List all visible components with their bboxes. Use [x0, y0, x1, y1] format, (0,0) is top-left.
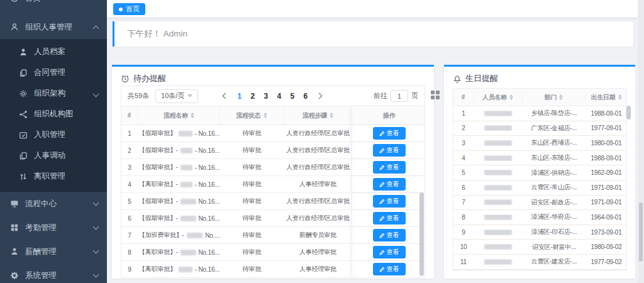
person-name [474, 155, 523, 161]
tab-home[interactable]: 首页 [113, 3, 145, 15]
sort-icon[interactable] [618, 94, 622, 100]
page-scrollbar-thumb[interactable] [639, 203, 643, 262]
birthdate: 1973-09-01 [586, 229, 626, 236]
view-button[interactable]: 查看 [373, 178, 406, 191]
sidebar-item-org-chart[interactable]: 组织机构图 [0, 104, 107, 125]
view-button[interactable]: 查看 [373, 127, 406, 140]
share-icon [19, 110, 28, 119]
todo-table-header: # 流程名称 流程状态 流程步骤 操作 [121, 106, 425, 125]
column-header-person-name[interactable]: 人员名称 [474, 93, 523, 102]
sidebar-item-home[interactable]: 首页 [0, 0, 107, 10]
column-header-department[interactable]: 部门 [523, 93, 586, 102]
column-header-process-name[interactable]: 流程名称 [138, 106, 219, 125]
page-number-5[interactable]: 5 [286, 92, 299, 101]
pager-prev-icon[interactable] [223, 93, 229, 99]
person-name [474, 214, 523, 220]
birthdate: 1971-09-01 [586, 184, 626, 191]
chevron-down-icon [93, 200, 99, 206]
sidebar-item-salary-mgmt[interactable]: 薪酬管理 [0, 240, 107, 264]
sidebar-item-org-hr[interactable]: 组织人事管理 [0, 15, 107, 39]
person-name [474, 259, 523, 265]
sidebar-item-personnel-files[interactable]: 人员档案 [0, 42, 107, 62]
page-number-6[interactable]: 6 [299, 92, 312, 101]
process-step: 人资行政经理/区总审批 [284, 159, 352, 175]
page-size-select[interactable]: 10条/页 [155, 89, 198, 103]
column-header-process-status[interactable]: 流程状态 [219, 106, 284, 125]
table-row: 3 【假期审批】-- No.16... 待审批 人资行政经理/区总审批 查看 [121, 159, 425, 176]
page-number-3[interactable]: 3 [259, 92, 272, 101]
page-number-2[interactable]: 2 [246, 92, 259, 101]
redacted-text [484, 155, 512, 161]
pen-icon [379, 182, 385, 187]
view-button[interactable]: 查看 [373, 161, 406, 174]
sidebar-item-org-structure[interactable]: 组织架构 [0, 83, 107, 104]
column-header-action: 操作 [352, 106, 425, 125]
sidebar-item-system-mgmt[interactable]: 系统管理 [0, 264, 107, 283]
sidebar-item-offboarding[interactable]: 离职管理 [0, 166, 107, 187]
contract-icon [19, 69, 28, 77]
page-scrollbar-track[interactable] [638, 0, 644, 283]
view-button[interactable]: 查看 [373, 195, 406, 208]
row-index: 3 [453, 140, 474, 147]
sidebar-item-label: 系统管理 [25, 270, 57, 281]
goto-page-input[interactable] [391, 90, 408, 102]
active-tab-dot-icon [119, 8, 123, 11]
column-header-process-step[interactable]: 流程步骤 [284, 106, 352, 125]
person-name [474, 111, 523, 116]
process-status: 待审批 [219, 125, 284, 142]
table-scrollbar-thumb[interactable] [419, 192, 424, 276]
column-settings-icon[interactable] [431, 91, 440, 99]
gear-icon [19, 89, 28, 98]
chevron-down-icon [93, 272, 99, 278]
sort-icon[interactable] [509, 94, 513, 100]
process-status: 待审批 [219, 227, 284, 243]
sidebar-item-label: 合同管理 [34, 67, 65, 78]
pagination-total: 共59条 [128, 91, 149, 101]
table-scrollbar-thumb[interactable] [626, 106, 631, 119]
department: 漳浦区-华府店-... [523, 213, 586, 221]
process-status: 待审批 [219, 261, 284, 277]
pen-icon [379, 267, 385, 272]
action-cell: 查看 [352, 227, 425, 243]
redacted-text [484, 230, 512, 235]
sidebar-item-onboarding[interactable]: 入职管理 [0, 125, 107, 145]
table-row: 1 乡镇店-陈岱店-... 1988-09-01 [453, 106, 626, 121]
sidebar-item-contract-mgmt[interactable]: 合同管理 [0, 62, 107, 83]
sidebar-item-attendance-mgmt[interactable]: 考勤管理 [0, 216, 107, 240]
view-button[interactable]: 查看 [373, 263, 406, 275]
process-name: 【假期审批】-No.16... [138, 193, 219, 209]
birthdate: 1988-09-01 [586, 110, 626, 117]
sidebar-item-personnel-transfer[interactable]: 人事调动 [0, 145, 107, 166]
column-header-birthdate[interactable]: 出生日期 [586, 93, 626, 102]
page-number-4[interactable]: 4 [272, 92, 286, 101]
sidebar-item-process-center[interactable]: 流程中心 [0, 192, 107, 216]
table-row: 10 诏安区-财富中... 1980-09-02 [453, 240, 626, 255]
accent-bar [113, 21, 114, 47]
table-row: 9 漳浦区-印石店-... 1973-09-01 [453, 225, 626, 240]
birthday-table-container: # 人员名称 部门 出生日期 1 乡镇店-陈岱店-... 1988-09-01 … [453, 88, 626, 270]
person-name [474, 230, 523, 235]
pager-next-icon[interactable] [316, 93, 323, 99]
sort-icon[interactable] [264, 113, 267, 118]
sort-icon[interactable] [559, 94, 563, 100]
view-button[interactable]: 查看 [373, 246, 406, 258]
page-number-1[interactable]: 1 [233, 92, 246, 101]
chevron-down-icon [187, 94, 192, 97]
chevron-up-icon [93, 26, 99, 32]
process-status: 待审批 [219, 193, 284, 209]
process-step: 人事经理审批 [284, 244, 352, 260]
view-button[interactable]: 查看 [373, 212, 406, 225]
process-name: 【假期审批】- No.16... [138, 125, 219, 142]
view-button[interactable]: 查看 [373, 229, 406, 241]
row-index: 1 [453, 110, 474, 117]
redacted-text [180, 182, 192, 187]
sort-icon[interactable] [191, 113, 194, 118]
view-button[interactable]: 查看 [373, 144, 406, 157]
dashboard-icon [10, 0, 19, 3]
action-cell: 查看 [352, 244, 425, 260]
sort-icon[interactable] [330, 113, 333, 118]
redacted-text [484, 170, 512, 175]
user-icon [10, 23, 19, 31]
table-row: 3 东山区-西埔店-... 1980-09-01 [453, 136, 626, 151]
action-cell: 查看 [352, 176, 425, 192]
